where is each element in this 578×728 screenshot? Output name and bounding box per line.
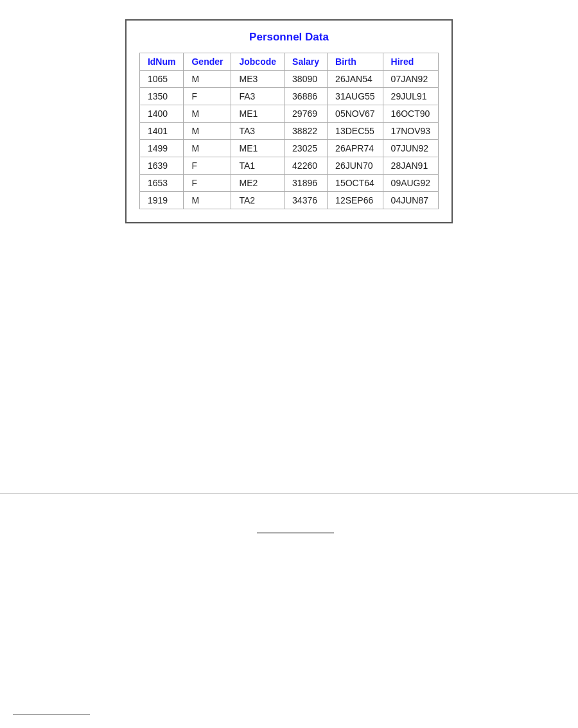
cell-gender: M — [184, 140, 231, 157]
cell-salary: 34376 — [285, 192, 328, 209]
table-row: 1400MME12976905NOV6716OCT90 — [139, 105, 438, 123]
cell-idnum: 1653 — [139, 175, 184, 192]
cell-idnum: 1919 — [139, 192, 184, 209]
cell-salary: 38822 — [285, 123, 328, 140]
table-title: Personnel Data — [139, 31, 439, 44]
cell-salary: 23025 — [285, 140, 328, 157]
cell-gender: F — [184, 175, 231, 192]
table-row: 1653FME23189615OCT6409AUG92 — [139, 175, 438, 192]
small-line-top — [257, 532, 334, 533]
table-row: 1401MTA33882213DEC5517NOV93 — [139, 123, 438, 140]
cell-birth: 12SEP66 — [328, 192, 383, 209]
divider-line — [0, 493, 578, 494]
cell-hired: 09AUG92 — [383, 175, 438, 192]
cell-gender: M — [184, 192, 231, 209]
col-header-birth: Birth — [328, 53, 383, 71]
cell-hired: 29JUL91 — [383, 88, 438, 105]
col-header-hired: Hired — [383, 53, 438, 71]
cell-jobcode: TA3 — [231, 123, 285, 140]
cell-idnum: 1499 — [139, 140, 184, 157]
cell-salary: 29769 — [285, 105, 328, 123]
cell-gender: F — [184, 157, 231, 175]
table-body: 1065MME33809026JAN5407JAN921350FFA336886… — [139, 71, 438, 209]
page-container: Personnel Data IdNum Gender Jobcode Sala… — [0, 0, 578, 533]
table-row: 1499MME12302526APR7407JUN92 — [139, 140, 438, 157]
cell-jobcode: ME1 — [231, 105, 285, 123]
col-header-jobcode: Jobcode — [231, 53, 285, 71]
cell-idnum: 1065 — [139, 71, 184, 88]
cell-hired: 28JAN91 — [383, 157, 438, 175]
table-row: 1919MTA23437612SEP6604JUN87 — [139, 192, 438, 209]
cell-birth: 26JUN70 — [328, 157, 383, 175]
cell-idnum: 1400 — [139, 105, 184, 123]
cell-birth: 15OCT64 — [328, 175, 383, 192]
col-header-idnum: IdNum — [139, 53, 184, 71]
cell-gender: M — [184, 71, 231, 88]
cell-birth: 05NOV67 — [328, 105, 383, 123]
cell-hired: 17NOV93 — [383, 123, 438, 140]
cell-salary: 36886 — [285, 88, 328, 105]
table-header-row: IdNum Gender Jobcode Salary Birth Hired — [139, 53, 438, 71]
table-row: 1065MME33809026JAN5407JAN92 — [139, 71, 438, 88]
cell-gender: M — [184, 123, 231, 140]
cell-hired: 07JUN92 — [383, 140, 438, 157]
col-header-gender: Gender — [184, 53, 231, 71]
cell-jobcode: TA2 — [231, 192, 285, 209]
cell-jobcode: ME1 — [231, 140, 285, 157]
cell-hired: 04JUN87 — [383, 192, 438, 209]
cell-salary: 31896 — [285, 175, 328, 192]
cell-birth: 26JAN54 — [328, 71, 383, 88]
cell-birth: 13DEC55 — [328, 123, 383, 140]
table-row: 1350FFA33688631AUG5529JUL91 — [139, 88, 438, 105]
cell-gender: M — [184, 105, 231, 123]
cell-hired: 07JAN92 — [383, 71, 438, 88]
cell-jobcode: ME3 — [231, 71, 285, 88]
cell-salary: 38090 — [285, 71, 328, 88]
cell-salary: 42260 — [285, 157, 328, 175]
table-row: 1639FTA14226026JUN7028JAN91 — [139, 157, 438, 175]
cell-jobcode: ME2 — [231, 175, 285, 192]
cell-birth: 26APR74 — [328, 140, 383, 157]
personnel-table: IdNum Gender Jobcode Salary Birth Hired … — [139, 53, 439, 209]
cell-idnum: 1401 — [139, 123, 184, 140]
cell-birth: 31AUG55 — [328, 88, 383, 105]
cell-jobcode: TA1 — [231, 157, 285, 175]
small-line-bottom — [13, 714, 90, 715]
cell-idnum: 1350 — [139, 88, 184, 105]
col-header-salary: Salary — [285, 53, 328, 71]
table-wrapper: Personnel Data IdNum Gender Jobcode Sala… — [125, 19, 453, 223]
cell-idnum: 1639 — [139, 157, 184, 175]
cell-hired: 16OCT90 — [383, 105, 438, 123]
cell-jobcode: FA3 — [231, 88, 285, 105]
cell-gender: F — [184, 88, 231, 105]
